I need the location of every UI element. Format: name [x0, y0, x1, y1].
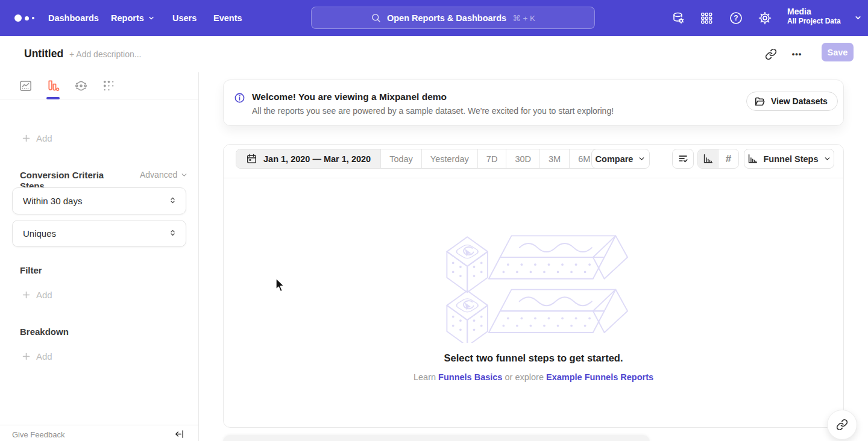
add-step-button[interactable]: Add	[22, 133, 52, 143]
copy-link-button[interactable]	[763, 46, 779, 62]
nav-label: Dashboards	[48, 13, 99, 23]
give-feedback-link[interactable]: Give Feedback	[12, 430, 64, 439]
tab-funnels[interactable]	[43, 75, 63, 96]
stepper-icon	[168, 196, 177, 207]
bar-chart-icon	[747, 153, 758, 164]
list-check-icon	[678, 153, 689, 164]
conversion-window-select[interactable]: Within 30 days	[12, 187, 186, 214]
flows-icon	[74, 79, 88, 93]
example-funnels-reports-link[interactable]: Example Funnels Reports	[546, 372, 653, 382]
nav-label: Events	[213, 13, 242, 23]
selected-tab-indicator	[46, 97, 60, 99]
tab-insights[interactable]	[16, 75, 35, 96]
compare-button[interactable]: Compare	[591, 149, 650, 169]
top-navigation-bar: Dashboards Reports Users Events Open Rep…	[0, 0, 868, 36]
more-options-button[interactable]: •••	[788, 45, 805, 62]
report-type-tabs	[0, 72, 198, 99]
plus-icon	[22, 352, 31, 361]
link-icon	[765, 48, 777, 60]
toolbar-divider	[224, 178, 843, 178]
save-button[interactable]: Save	[822, 43, 854, 61]
number-icon: #	[726, 153, 731, 165]
nav-item-events[interactable]: Events	[213, 0, 242, 36]
folder-icon	[754, 96, 766, 107]
empty-state-subtitle: Learn Funnels Basics or explore Example …	[224, 372, 843, 382]
chevron-down-icon	[180, 171, 188, 179]
report-title[interactable]: Untitled	[24, 48, 63, 60]
app-screen: Dashboards Reports Users Events Open Rep…	[0, 0, 868, 441]
tab-flows[interactable]	[71, 75, 90, 96]
edit-steps-list-button[interactable]	[672, 149, 694, 169]
stepper-icon	[168, 228, 177, 239]
sidebar-footer: Give Feedback	[0, 425, 198, 441]
funnel-steps-dropdown[interactable]: Funnel Steps	[744, 149, 834, 169]
project-scope: All Project Data	[787, 17, 860, 26]
help-button[interactable]: ?	[728, 10, 744, 26]
welcome-banner: Welcome! You are viewing a Mixpanel demo…	[223, 80, 844, 126]
add-step-label: Add	[36, 133, 52, 143]
chart-format-toggle: #	[697, 149, 739, 169]
bar-chart-toggle[interactable]	[698, 149, 718, 168]
preset-7d[interactable]: 7D	[478, 149, 507, 168]
nav-label: Reports	[111, 13, 144, 23]
help-glyph: ?	[734, 14, 738, 22]
plus-icon	[22, 134, 31, 143]
view-datasets-label: View Datasets	[771, 96, 828, 106]
nav-item-reports[interactable]: Reports	[111, 0, 155, 36]
middle-text: or explore	[505, 372, 543, 382]
mixpanel-logo-icon[interactable]	[14, 13, 41, 23]
conversion-criteria-heading: Conversion Criteria	[20, 170, 104, 180]
funnel-steps-label: Funnel Steps	[763, 154, 818, 164]
gear-icon	[758, 11, 772, 25]
add-breakdown-button[interactable]: Add	[22, 351, 52, 361]
info-icon	[234, 92, 245, 106]
banner-subtitle: All the reports you see are powered by a…	[252, 106, 614, 116]
insights-icon	[19, 79, 33, 93]
tab-retention[interactable]	[99, 75, 118, 96]
chevron-down-icon	[638, 155, 646, 163]
filter-heading: Filter	[20, 265, 42, 275]
funnels-basics-link[interactable]: Funnels Basics	[438, 372, 502, 382]
counting-method-select[interactable]: Uniques	[12, 220, 186, 247]
banner-title: Welcome! You are viewing a Mixpanel demo	[252, 92, 447, 102]
global-search-input[interactable]: Open Reports & Dashboards ⌘ + K	[311, 7, 595, 29]
next-section-peek	[223, 435, 650, 441]
compare-label: Compare	[596, 154, 634, 164]
nav-item-dashboards[interactable]: Dashboards	[48, 0, 99, 36]
collapse-left-icon	[174, 429, 184, 439]
project-switcher[interactable]: Media All Project Data	[787, 6, 860, 30]
nav-label: Users	[172, 13, 197, 23]
project-name: Media	[787, 6, 860, 17]
add-filter-button[interactable]: Add	[22, 290, 52, 300]
add-description-field[interactable]: + Add description...	[69, 49, 141, 59]
advanced-toggle[interactable]: Advanced	[140, 170, 188, 180]
learn-prefix: Learn	[414, 372, 436, 382]
apps-grid-button[interactable]	[699, 10, 714, 26]
date-range-picker[interactable]: Jan 1, 2020 — Mar 1, 2020	[236, 149, 381, 168]
add-filter-label: Add	[36, 290, 52, 300]
settings-button[interactable]	[757, 10, 773, 26]
preset-yesterday[interactable]: Yesterday	[422, 149, 478, 168]
share-link-fab[interactable]	[827, 410, 857, 440]
date-range-value: Jan 1, 2020 — Mar 1, 2020	[263, 154, 371, 164]
collapse-sidebar-button[interactable]	[172, 427, 186, 440]
nav-item-users[interactable]: Users	[172, 0, 197, 36]
empty-state-title: Select two funnel steps to get started.	[224, 352, 843, 364]
add-breakdown-label: Add	[36, 351, 52, 361]
search-shortcut: ⌘ + K	[512, 13, 535, 23]
calendar-icon	[246, 153, 257, 164]
preset-today[interactable]: Today	[381, 149, 422, 168]
preset-30d[interactable]: 30D	[506, 149, 540, 168]
query-builder-sidebar: Steps Add Conversion Criteria Advanced W…	[0, 72, 199, 441]
preset-3m[interactable]: 3M	[540, 149, 570, 168]
report-header: Untitled + Add description... •••	[0, 36, 868, 72]
link-icon	[836, 419, 848, 431]
chevron-down-icon	[854, 14, 862, 22]
grid-icon	[700, 11, 713, 25]
metrics-number-toggle[interactable]: #	[718, 149, 738, 168]
view-datasets-button[interactable]: View Datasets	[746, 92, 838, 111]
data-management-button[interactable]	[670, 10, 686, 26]
search-icon	[371, 13, 381, 23]
counting-method-value: Uniques	[23, 228, 56, 239]
funnel-empty-illustration	[441, 228, 628, 343]
